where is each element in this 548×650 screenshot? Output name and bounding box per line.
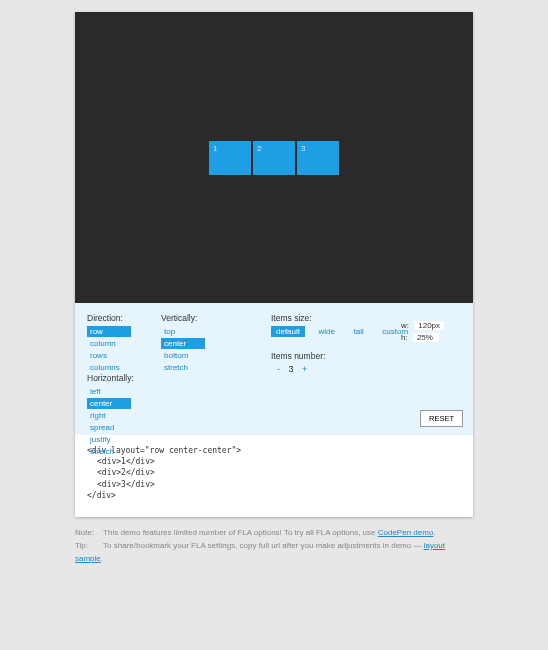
width-input[interactable]: 120px — [414, 321, 444, 330]
code-line: <div>1</div> — [87, 456, 461, 467]
option-bottom[interactable]: bottom — [161, 350, 205, 361]
footer-notes: Note: This demo features limited number … — [75, 527, 473, 565]
note-text: This demo features limited number of FLA… — [103, 528, 378, 537]
tip-label: Tip: — [75, 540, 101, 553]
size-group: Items size: default wide tall custom — [271, 313, 419, 338]
option-center-horz[interactable]: center — [87, 398, 131, 409]
decrement-button[interactable]: - — [271, 364, 286, 374]
items-number-heading: Items number: — [271, 351, 325, 361]
reset-button[interactable]: RESET — [420, 410, 463, 427]
height-input[interactable]: 25% — [413, 333, 439, 342]
preview-stage: 1 2 3 — [75, 12, 473, 303]
demo-page: 1 2 3 Direction: row column rows columns… — [75, 12, 473, 517]
option-left[interactable]: left — [87, 386, 131, 397]
option-columns[interactable]: columns — [87, 362, 131, 373]
preview-items-container: 1 2 3 — [208, 141, 340, 175]
code-output: <div layout="row center-center"> <div>1<… — [75, 435, 473, 517]
option-justify[interactable]: justify — [87, 434, 131, 445]
increment-button[interactable]: + — [296, 364, 313, 374]
horizontal-group: Horizontally: left center right spread j… — [87, 373, 134, 458]
option-right[interactable]: right — [87, 410, 131, 421]
direction-group: Direction: row column rows columns — [87, 313, 131, 374]
note-label: Note: — [75, 527, 101, 540]
option-default[interactable]: default — [271, 326, 305, 337]
option-row[interactable]: row — [87, 326, 131, 337]
items-number-value: 3 — [289, 364, 294, 374]
custom-size-inputs: w: 120px h: 25% — [401, 321, 444, 345]
option-stretch-horz[interactable]: stretch — [87, 446, 131, 457]
code-line: </div> — [87, 490, 461, 501]
option-spread[interactable]: spread — [87, 422, 131, 433]
preview-item: 3 — [297, 141, 339, 175]
preview-item: 1 — [209, 141, 251, 175]
code-line: <div>2</div> — [87, 467, 461, 478]
option-wide[interactable]: wide — [314, 326, 340, 337]
tip-text: To share/bookmark your FLA settings, cop… — [103, 541, 424, 550]
option-tall[interactable]: tall — [349, 326, 369, 337]
vertical-heading: Vertically: — [161, 313, 205, 323]
codepen-link[interactable]: CodePen demo — [378, 528, 434, 537]
option-rows[interactable]: rows — [87, 350, 131, 361]
code-line: <div>3</div> — [87, 479, 461, 490]
code-line: <div layout="row center-center"> — [87, 445, 461, 456]
controls-panel: Direction: row column rows columns Verti… — [75, 303, 473, 435]
option-stretch-vert[interactable]: stretch — [161, 362, 205, 373]
option-center-vert[interactable]: center — [161, 338, 205, 349]
preview-item: 2 — [253, 141, 295, 175]
option-column[interactable]: column — [87, 338, 131, 349]
items-number-group: Items number: - 3 + — [271, 351, 325, 374]
height-label: h: — [401, 333, 408, 342]
direction-heading: Direction: — [87, 313, 131, 323]
size-heading: Items size: — [271, 313, 419, 323]
horizontal-heading: Horizontally: — [87, 373, 134, 383]
width-label: w: — [401, 321, 409, 330]
vertical-group: Vertically: top center bottom stretch — [161, 313, 205, 374]
option-top[interactable]: top — [161, 326, 205, 337]
